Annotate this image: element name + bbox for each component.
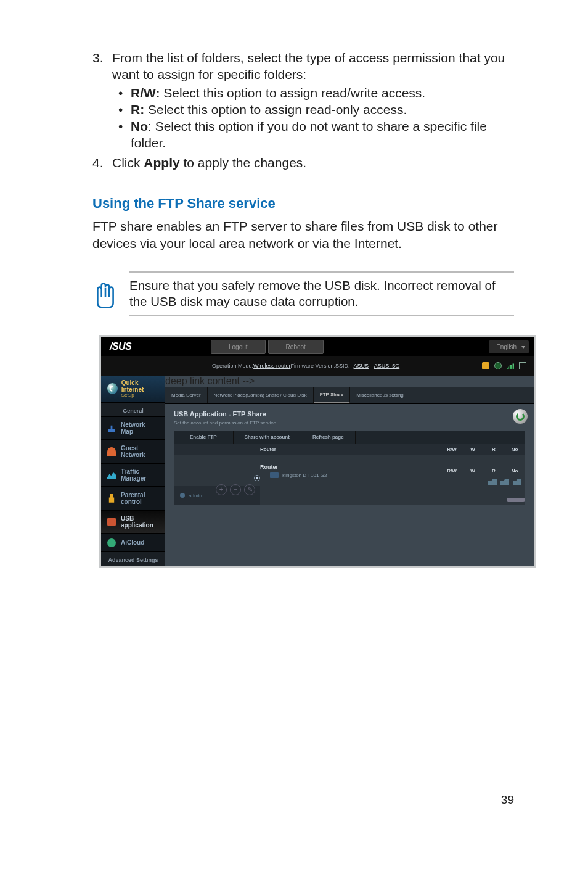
step3-text: From the list of folders, select the typ… bbox=[112, 51, 505, 81]
apply-word: Apply bbox=[144, 155, 179, 170]
rw-text: Select this option to assign read/write … bbox=[163, 86, 425, 100]
panel-title: USB Application - FTP Share bbox=[174, 410, 525, 418]
step-list: From the list of folders, select the typ… bbox=[92, 49, 514, 171]
tab-ftp[interactable]: FTP Share bbox=[314, 387, 351, 403]
page-number: 39 bbox=[501, 793, 514, 807]
nav-network-map[interactable]: Network Map bbox=[101, 416, 165, 440]
radio-icon[interactable] bbox=[254, 475, 260, 481]
account-actions: + − ✎ bbox=[216, 484, 255, 495]
router-col: Router bbox=[260, 447, 441, 452]
signal-icon[interactable] bbox=[507, 362, 514, 369]
reboot-button[interactable]: Reboot bbox=[268, 340, 324, 354]
footer-rule bbox=[74, 782, 514, 783]
col-r: R bbox=[483, 447, 504, 452]
globe-icon[interactable] bbox=[494, 362, 502, 369]
remove-icon[interactable]: − bbox=[230, 484, 241, 495]
nav-aicloud[interactable]: AiCloud bbox=[101, 534, 165, 552]
fw-label: Firmware Version: bbox=[291, 363, 336, 369]
panel-subtitle: Set the account and permission of FTP se… bbox=[174, 420, 525, 426]
perm-w[interactable]: W bbox=[462, 468, 483, 474]
router-name: Router bbox=[260, 464, 435, 470]
router-infobar: Operation Mode: Wireless router Firmware… bbox=[101, 356, 534, 376]
usb-icon[interactable] bbox=[482, 362, 489, 369]
step-3: From the list of folders, select the typ… bbox=[92, 49, 514, 152]
bullet-rw: R/W: Select this option to assign read/w… bbox=[118, 85, 514, 101]
refresh-icon[interactable] bbox=[513, 409, 528, 424]
tab-media[interactable]: Media Server bbox=[165, 387, 208, 403]
logout-button[interactable]: Logout bbox=[211, 340, 266, 354]
router-topbar: /SUS Logout Reboot English bbox=[101, 337, 534, 356]
no-text: Select this option if you do not want to… bbox=[131, 119, 487, 150]
file-row: Router Kingston DT 101 G2 R/W W R No bbox=[174, 455, 525, 486]
sidebar-heading: General bbox=[101, 403, 165, 416]
perm-r[interactable]: R bbox=[483, 468, 504, 474]
opmode-link[interactable]: Wireless router bbox=[253, 363, 291, 369]
note-text: Ensure that you safely remove the USB di… bbox=[129, 271, 514, 316]
router-screenshot: /SUS Logout Reboot English Operation Mod… bbox=[99, 335, 536, 568]
nav-traffic[interactable]: Traffic Manager bbox=[101, 463, 165, 487]
r-label: R: bbox=[131, 102, 144, 117]
note-box: Ensure that you safely remove the USB di… bbox=[92, 271, 514, 316]
ssid-label: SSID: bbox=[335, 363, 350, 369]
edit-icon[interactable]: ✎ bbox=[244, 484, 255, 495]
guest-icon bbox=[107, 447, 116, 456]
permission-bullets: R/W: Select this option to assign read/w… bbox=[118, 85, 514, 152]
ftp-panel: USB Application - FTP Share Set the acco… bbox=[165, 404, 534, 517]
hand-icon bbox=[92, 271, 129, 312]
add-icon[interactable]: + bbox=[216, 484, 227, 495]
bullet-r: R: Select this option to assign read-onl… bbox=[118, 101, 514, 118]
section-heading: Using the FTP Share service bbox=[92, 196, 514, 212]
folder-del-icon[interactable] bbox=[500, 479, 509, 485]
quick-setup[interactable]: Quick Internet Setup bbox=[101, 376, 165, 403]
no-label: No bbox=[131, 119, 148, 133]
r-text: Select this option to assign read-only a… bbox=[148, 102, 407, 117]
sidebar-adv-heading: Advanced Settings bbox=[101, 552, 165, 566]
opmode-label: Operation Mode: bbox=[212, 363, 253, 369]
traffic-icon bbox=[107, 471, 116, 479]
status-icon[interactable] bbox=[519, 362, 526, 369]
network-icon bbox=[107, 424, 116, 432]
share-account-tab[interactable]: Share with account bbox=[234, 431, 301, 444]
rw-label: R/W: bbox=[131, 86, 160, 100]
perm-no[interactable]: No bbox=[504, 468, 525, 474]
scrollbar[interactable] bbox=[507, 498, 525, 502]
col-w: W bbox=[462, 447, 483, 452]
asus-logo: /SUS bbox=[101, 341, 211, 352]
nav-parental[interactable]: Parental control bbox=[101, 487, 165, 510]
step4-prefix: Click bbox=[112, 155, 144, 170]
col-rw: R/W bbox=[441, 447, 462, 452]
nav-guest-network[interactable]: Guest Network bbox=[101, 440, 165, 463]
drive-item[interactable]: Kingston DT 101 G2 bbox=[270, 472, 435, 478]
option-tabs: Enable FTP Share with account Refresh pa… bbox=[174, 431, 525, 444]
quick-icon bbox=[107, 383, 118, 394]
content-tabs: Media Server Network Place(Samba) Share … bbox=[165, 387, 534, 404]
step4-suffix: to apply the changes. bbox=[180, 155, 306, 170]
folder-edit-icon[interactable] bbox=[513, 479, 521, 485]
folder-add-icon[interactable] bbox=[488, 479, 497, 485]
router-content: Media Server Network Place(Samba) Share … bbox=[165, 387, 534, 517]
lock-icon bbox=[107, 494, 116, 503]
tab-samba[interactable]: Network Place(Samba) Share / Cloud Disk bbox=[208, 387, 314, 403]
col-no: No bbox=[504, 447, 525, 452]
language-select[interactable]: English bbox=[489, 340, 529, 353]
nav-usb-app[interactable]: USB application bbox=[101, 510, 165, 534]
ssid2: ASUS_5G bbox=[374, 363, 400, 369]
refresh-page-tab[interactable]: Refresh page bbox=[301, 431, 356, 444]
ssid1: ASUS bbox=[354, 363, 369, 369]
cloud-icon bbox=[107, 538, 116, 547]
enable-ftp-tab[interactable]: Enable FTP bbox=[174, 431, 234, 444]
tab-misc[interactable]: Miscellaneous setting bbox=[350, 387, 410, 403]
bullet-no: No: Select this option if you do not wan… bbox=[118, 118, 514, 152]
router-sidebar: Quick Internet Setup General Network Map… bbox=[101, 376, 165, 566]
perm-rw[interactable]: R/W bbox=[441, 468, 462, 474]
folder-actions bbox=[488, 479, 521, 485]
folder-header: Router R/W W R No bbox=[174, 444, 525, 455]
body-paragraph: FTP share enables an FTP server to share… bbox=[92, 218, 514, 253]
quick-label: Quick Internet bbox=[121, 379, 144, 393]
quick-sub: Setup bbox=[121, 393, 160, 398]
usb-app-icon bbox=[107, 518, 116, 526]
step-4: Click Apply to apply the changes. bbox=[92, 154, 514, 171]
